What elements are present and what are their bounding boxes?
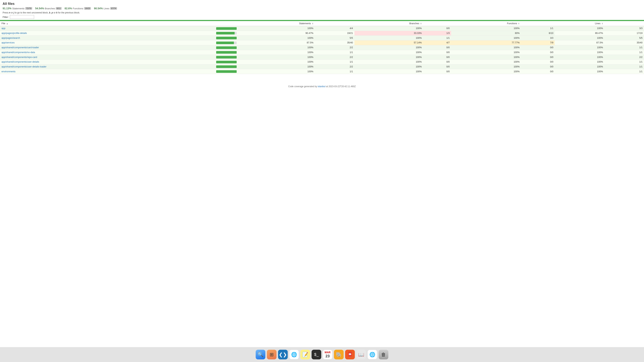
filter-row: Filter: [2,15,642,19]
stmt-count-cell: 4/4 [315,26,354,31]
col-lines[interactable]: Lines ⇕ [555,21,604,26]
line-count-cell: 1/1 [604,69,644,74]
stmt-count-cell: 1/1 [315,60,354,64]
branches-sort-icon: ⇕ [420,22,422,24]
table-row: app/pages/search 100% 5/5 100% 1/1 100% … [0,36,644,40]
file-link-cell[interactable]: app/shared/components/card-loader [0,45,215,50]
col-branches[interactable]: Branches ⇕ [354,21,423,26]
statements-pct: 91.13% [2,7,11,10]
file-link-cell[interactable]: app/services [0,40,215,45]
filter-label: Filter: [2,16,9,18]
branches-pct: 54.54% [35,7,44,10]
stats-row: 91.13% Statements 72/79 54.54% Branches … [2,7,642,10]
col-functions[interactable]: Functions ⇕ [451,21,521,26]
istanbul-link[interactable]: istanbul [318,85,325,88]
branch-pct-cell: 100% [354,55,423,60]
line-count-cell: 5/5 [604,36,644,40]
footer: Code coverage generated by istanbul at 2… [0,82,644,92]
file-link-cell[interactable]: app/shared/components/repo-card [0,55,215,60]
file-link-cell[interactable]: app/shared/components/user-details [0,60,215,64]
functions-badge: 19/23 [84,7,91,10]
line-pct-cell: 100% [555,64,604,69]
functions-sort-icon: ⇕ [518,22,520,24]
file-link[interactable]: environments [2,70,16,73]
file-link[interactable]: app/shared/components/card-loader [2,46,39,49]
file-link[interactable]: app/shared/components/user-details-loade… [2,66,46,68]
branch-count-cell: 1/1 [423,36,451,40]
stmt-count-cell: 1/1 [315,50,354,55]
stmt-pct-cell: 90.47% [238,31,315,36]
branch-count-cell: 4/7 [423,40,451,45]
line-pct-cell: 87.5% [555,40,604,45]
file-sort-icon: ▲ [6,22,8,24]
line-pct-cell: 89.47% [555,31,604,36]
file-link[interactable]: app/pages/profile-details [2,32,27,34]
file-link-cell[interactable]: app/pages/profile-details [0,31,215,36]
branch-count-cell: 0/0 [423,60,451,64]
branch-count-cell: 0/0 [423,69,451,74]
stmt-bar-fill [216,37,237,39]
line-count-cell: 35/40 [604,40,644,45]
func-pct-cell: 100% [451,60,521,64]
stmt-bar-fill [216,46,237,49]
table-row: environments 100% 1/1 100% 0/0 100% 0/0 … [0,69,644,74]
table-header-row: File ▲ Statements ⇕ Branches ⇕ Functions… [0,21,644,26]
stmt-bar-fill [216,56,237,58]
lines-sort-icon: ⇕ [602,22,603,24]
file-link-cell[interactable]: app/shared/components/no-data [0,50,215,55]
statements-stat: 91.13% Statements 72/79 [2,7,32,10]
branch-count-cell: 0/0 [423,45,451,50]
file-link[interactable]: app/shared/components/repo-card [2,56,37,58]
func-pct-cell: 100% [451,26,521,31]
file-link[interactable]: app/shared/components/no-data [2,51,35,54]
func-count-cell: 1/1 [521,26,555,31]
file-link-cell[interactable]: app/shared/components/user-details-loade… [0,64,215,69]
header: All files 91.13% Statements 72/79 54.54%… [0,0,644,20]
line-count-cell: 1/1 [604,45,644,50]
branches-badge: 6/11 [56,7,62,10]
lines-pct: 90.54% [94,7,103,10]
table-row: app/services 87.5% 35/40 57.14% 4/7 77.7… [0,40,644,45]
stmt-count-cell: 5/5 [315,36,354,40]
footer-timestamp: at 2023-03-22T20:42:11.480Z [325,85,356,88]
filter-input[interactable] [10,15,34,19]
file-link[interactable]: app/shared/components/user-details [2,60,39,63]
stmt-bar-cell [215,40,238,45]
col-statements[interactable]: Statements ⇕ [238,21,315,26]
statements-badge: 72/79 [25,7,32,10]
stmt-bar-fill [216,32,234,34]
file-link[interactable]: app [2,27,6,30]
lines-label: Lines [104,7,110,10]
stmt-bar-container [216,61,237,63]
coverage-table: File ▲ Statements ⇕ Branches ⇕ Functions… [0,21,644,74]
file-link-cell[interactable]: environments [0,69,215,74]
table-row: app/shared/components/user-details 100% … [0,60,644,64]
func-pct-cell: 80% [451,31,521,36]
func-count-cell: 3/3 [521,36,555,40]
stmt-bar-cell [215,31,238,36]
file-link[interactable]: app/pages/search [2,37,20,39]
stmt-count-cell: 2/2 [315,45,354,50]
stmt-count-cell: 1/1 [315,69,354,74]
table-row: app 100% 4/4 100% 0/0 100% 1/1 100% 3/3 [0,26,644,31]
table-row: app/pages/profile-details 90.47% 19/21 3… [0,31,644,36]
line-pct-cell: 100% [555,69,604,74]
file-link-cell[interactable]: app [0,26,215,31]
table-row: app/shared/components/no-data 100% 1/1 1… [0,50,644,55]
func-count-cell: 7/9 [521,40,555,45]
file-link[interactable]: app/services [2,41,14,44]
branch-count-cell: 0/0 [423,26,451,31]
stmt-bar-container [216,27,237,30]
stmt-count-cell: 19/21 [315,31,354,36]
func-pct-cell: 100% [451,36,521,40]
stmt-bar-cell [215,26,238,31]
stmt-pct-cell: 100% [238,64,315,69]
line-pct-cell: 100% [555,36,604,40]
stmt-bar-cell [215,36,238,40]
table-row: app/shared/components/user-details-loade… [0,64,644,69]
stmt-bar-cell [215,50,238,55]
col-file[interactable]: File ▲ [0,21,215,26]
stmt-bar-container [216,51,237,54]
col-lines-bar [521,21,555,26]
file-link-cell[interactable]: app/pages/search [0,36,215,40]
